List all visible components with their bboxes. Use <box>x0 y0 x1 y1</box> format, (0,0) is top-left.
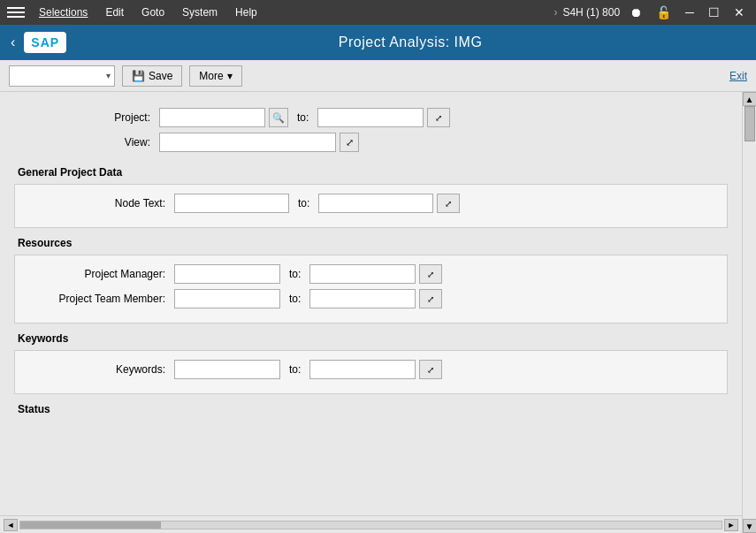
project-manager-row: Project Manager: to: ⤢ <box>29 264 713 284</box>
save-button[interactable]: 💾 Save <box>122 65 182 87</box>
project-to-input[interactable] <box>317 108 424 127</box>
node-text-row: Node Text: to: ⤢ <box>29 194 713 213</box>
node-text-label: Node Text: <box>29 197 171 209</box>
lookup-icon: 🔍 <box>272 112 285 124</box>
maximize-btn[interactable]: ☐ <box>704 4 724 21</box>
page-title: Project Analysis: IMG <box>75 34 745 50</box>
status-section-title: Status <box>14 403 728 415</box>
keywords-row: Keywords: to: ⤢ <box>29 360 713 379</box>
close-btn[interactable]: ✕ <box>729 4 749 21</box>
project-team-input[interactable] <box>174 289 280 308</box>
general-section-title: General Project Data <box>14 166 728 179</box>
v-scrollbar: ▲ ▼ <box>742 92 756 533</box>
menu-edit[interactable]: Edit <box>98 4 131 20</box>
exit-button[interactable]: Exit <box>729 70 747 82</box>
view-label: View: <box>14 136 156 148</box>
save-label: Save <box>149 70 172 82</box>
more-arrow-icon: ▾ <box>227 70 233 82</box>
project-team-range-btn[interactable]: ⤢ <box>419 289 442 308</box>
project-manager-input[interactable] <box>174 264 280 284</box>
project-input[interactable] <box>159 108 265 127</box>
scroll-right-btn[interactable]: ► <box>724 519 738 531</box>
minimize-btn[interactable]: ─ <box>681 4 699 21</box>
project-manager-to-label: to: <box>284 268 306 280</box>
general-section-wrapper: General Project Data Node Text: to: ⤢ <box>0 161 742 232</box>
scroll-up-btn[interactable]: ▲ <box>743 92 757 106</box>
h-scroll-container: ◄ ► <box>0 516 742 534</box>
project-to-label: to: <box>292 111 314 124</box>
menu-help[interactable]: Help <box>228 4 264 20</box>
menu-selections[interactable]: Selections <box>32 4 95 20</box>
menu-goto[interactable]: Goto <box>134 4 172 20</box>
toolbar: ▾ 💾 Save More ▾ Exit <box>0 60 756 92</box>
project-team-row: Project Team Member: to: ⤢ <box>29 289 713 308</box>
resources-section-title: Resources <box>14 237 728 249</box>
v-scroll-thumb <box>745 106 755 141</box>
status-section-wrapper: Status <box>0 398 742 424</box>
menu-system[interactable]: System <box>175 4 225 20</box>
node-text-input[interactable] <box>174 194 289 213</box>
project-range-btn[interactable]: ⤢ <box>427 108 450 127</box>
keywords-label: Keywords: <box>29 363 171 376</box>
system-info: S4H (1) 800 <box>562 6 620 19</box>
back-button[interactable]: ‹ <box>11 34 15 50</box>
project-row: Project: 🔍 to: ⤢ <box>14 108 728 127</box>
project-lookup-btn[interactable]: 🔍 <box>269 108 288 127</box>
dropdown-arrow-icon: ▾ <box>106 71 111 80</box>
keywords-section-title: Keywords <box>14 332 728 345</box>
layout-wrapper: Project: 🔍 to: ⤢ View: ⤢ General Project… <box>0 92 756 533</box>
scroll-left-btn[interactable]: ◄ <box>4 519 18 531</box>
keywords-to-input[interactable] <box>309 360 416 379</box>
project-manager-label: Project Manager: <box>29 268 171 280</box>
more-button[interactable]: More ▾ <box>189 65 241 87</box>
menu-bar: Selections Edit Goto System Help › S4H (… <box>0 0 756 25</box>
keywords-range-btn[interactable]: ⤢ <box>419 360 442 379</box>
more-label: More <box>199 70 223 82</box>
project-team-label: Project Team Member: <box>29 293 171 305</box>
save-icon: 💾 <box>132 70 145 82</box>
keywords-section-wrapper: Keywords Keywords: to: ⤢ <box>0 327 742 398</box>
v-scroll-track[interactable] <box>744 106 756 519</box>
project-label: Project: <box>14 111 156 124</box>
resources-section-inner: Project Manager: to: ⤢ Project Team Memb… <box>14 255 728 324</box>
record-btn[interactable]: ⏺ <box>625 4 646 21</box>
bottom-bar: ◄ ► <box>0 515 742 533</box>
menu-right: › S4H (1) 800 ⏺ 🔓 ─ ☐ ✕ <box>554 4 749 21</box>
project-manager-to-input[interactable] <box>309 264 416 284</box>
project-manager-range-btn[interactable]: ⤢ <box>419 264 442 284</box>
lock-btn[interactable]: 🔓 <box>652 4 676 21</box>
toolbar-dropdown[interactable]: ▾ <box>9 65 115 87</box>
general-section-inner: Node Text: to: ⤢ <box>14 184 728 228</box>
scroll-down-btn[interactable]: ▼ <box>743 519 757 533</box>
title-bar: ‹ SAP Project Analysis: IMG <box>0 25 756 60</box>
keywords-section-inner: Keywords: to: ⤢ <box>14 350 728 394</box>
sap-logo: SAP <box>24 32 66 53</box>
h-scroll-thumb <box>20 522 161 529</box>
keywords-to-label: to: <box>284 363 306 376</box>
project-section: Project: 🔍 to: ⤢ View: ⤢ <box>0 101 742 161</box>
keywords-input[interactable] <box>174 360 280 379</box>
project-team-to-input[interactable] <box>309 289 416 308</box>
main-content: Project: 🔍 to: ⤢ View: ⤢ General Project… <box>0 92 742 533</box>
menu-arrow-right: › <box>554 6 557 19</box>
node-text-to-input[interactable] <box>318 194 433 213</box>
view-expand-btn[interactable]: ⤢ <box>340 133 359 152</box>
hamburger-menu[interactable] <box>7 4 25 21</box>
h-scroll-track[interactable] <box>19 521 722 529</box>
resources-section-wrapper: Resources Project Manager: to: ⤢ Project… <box>0 232 742 327</box>
view-input[interactable] <box>159 133 336 152</box>
node-text-range-btn[interactable]: ⤢ <box>437 194 460 213</box>
view-row: View: ⤢ <box>14 133 728 152</box>
node-text-to-label: to: <box>293 197 315 209</box>
project-team-to-label: to: <box>284 293 306 305</box>
